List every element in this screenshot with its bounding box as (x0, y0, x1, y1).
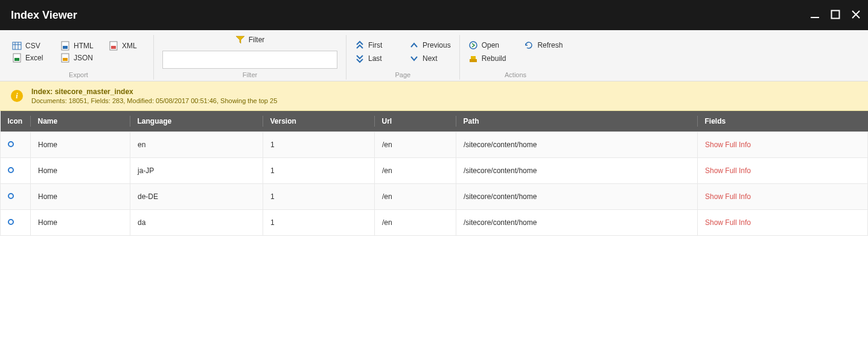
window-title: Index Viewer (11, 9, 77, 22)
item-icon (8, 219, 14, 225)
col-header-icon[interactable]: Icon (1, 111, 31, 132)
col-header-url[interactable]: Url (375, 111, 456, 132)
export-html-button[interactable]: HTML (60, 41, 97, 51)
svg-rect-1 (832, 11, 840, 19)
cell-path: /sitecore/content/home (456, 210, 698, 236)
svg-rect-11 (111, 46, 116, 49)
info-subtitle: Documents: 18051, Fields: 283, Modified:… (31, 97, 277, 104)
info-banner: i Index: sitecore_master_index Documents… (0, 81, 868, 111)
results-table: Icon Name Language Version Url Path Fiel… (0, 111, 868, 236)
show-full-info-link[interactable]: Show Full Info (705, 192, 751, 201)
page-last-button[interactable]: Last (355, 54, 391, 63)
close-icon (851, 10, 861, 19)
table-row: Home ja-JP 1 /en /sitecore/content/home … (1, 158, 868, 184)
export-csv-button[interactable]: CSV (12, 41, 48, 51)
filter-button[interactable]: Filter (235, 35, 265, 45)
cell-path: /sitecore/content/home (456, 184, 698, 210)
show-full-info-link[interactable]: Show Full Info (705, 141, 751, 149)
page-last-label: Last (368, 54, 382, 63)
col-header-version[interactable]: Version (263, 111, 375, 132)
page-next-button[interactable]: Next (409, 54, 451, 63)
rebuild-icon (468, 54, 478, 63)
chevron-up-icon (409, 40, 419, 50)
export-html-label: HTML (74, 42, 94, 50)
svg-rect-18 (470, 59, 477, 62)
maximize-icon (831, 10, 840, 19)
close-button[interactable] (851, 9, 861, 21)
action-refresh-label: Refresh (537, 41, 563, 49)
page-previous-button[interactable]: Previous (409, 40, 451, 50)
cell-name: Home (31, 158, 130, 184)
action-refresh-button[interactable]: Refresh (524, 40, 563, 50)
item-icon (8, 193, 14, 199)
svg-marker-16 (236, 36, 244, 43)
filter-input[interactable] (162, 51, 337, 69)
arrow-right-circle-icon (468, 40, 478, 50)
action-open-label: Open (482, 41, 499, 49)
excel-file-icon (12, 53, 22, 63)
cell-url: /en (375, 158, 456, 184)
filter-group-label: Filter (243, 71, 257, 78)
cell-url: /en (375, 132, 456, 158)
cell-url: /en (375, 184, 456, 210)
col-header-name[interactable]: Name (31, 111, 130, 132)
table-row: Home da 1 /en /sitecore/content/home Sho… (1, 210, 868, 236)
svg-point-17 (470, 42, 477, 49)
cell-language: de-DE (130, 184, 263, 210)
double-chevron-up-icon (355, 40, 365, 50)
toolbar-group-filter: Filter Filter (154, 35, 346, 80)
cell-name: Home (31, 210, 130, 236)
page-first-button[interactable]: First (355, 40, 391, 50)
export-group-label: Export (69, 71, 88, 78)
show-full-info-link[interactable]: Show Full Info (705, 218, 751, 227)
col-header-path[interactable]: Path (456, 111, 698, 132)
table-body: Home en 1 /en /sitecore/content/home Sho… (1, 132, 868, 236)
toolbar: CSV HTML XML (0, 30, 868, 81)
page-first-label: First (368, 41, 382, 49)
app-window: Index Viewer CSV (0, 0, 868, 345)
cell-language: en (130, 132, 263, 158)
svg-rect-13 (14, 58, 19, 61)
item-icon (8, 167, 14, 173)
col-header-language[interactable]: Language (130, 111, 263, 132)
export-xml-label: XML (122, 42, 137, 50)
double-chevron-down-icon (355, 54, 365, 63)
cell-version: 1 (263, 132, 375, 158)
chevron-down-icon (409, 54, 419, 63)
cell-path: /sitecore/content/home (456, 158, 698, 184)
json-file-icon (60, 53, 70, 63)
show-full-info-link[interactable]: Show Full Info (705, 166, 751, 175)
page-next-label: Next (423, 54, 438, 63)
svg-rect-4 (13, 42, 21, 49)
maximize-button[interactable] (831, 9, 840, 21)
cell-url: /en (375, 210, 456, 236)
svg-rect-19 (471, 56, 476, 59)
action-open-button[interactable]: Open (468, 40, 506, 50)
export-csv-label: CSV (25, 42, 40, 50)
filter-label: Filter (249, 36, 265, 44)
action-rebuild-button[interactable]: Rebuild (468, 54, 506, 63)
export-json-button[interactable]: JSON (60, 53, 97, 63)
cell-language: ja-JP (130, 158, 263, 184)
table-header-row: Icon Name Language Version Url Path Fiel… (1, 111, 868, 132)
cell-path: /sitecore/content/home (456, 132, 698, 158)
cell-version: 1 (263, 158, 375, 184)
cell-name: Home (31, 184, 130, 210)
toolbar-group-export: CSV HTML XML (8, 35, 154, 80)
svg-rect-0 (811, 17, 819, 18)
export-xml-button[interactable]: XML (109, 41, 145, 51)
xml-file-icon (109, 41, 118, 51)
csv-file-icon (12, 41, 22, 51)
info-icon: i (11, 90, 23, 102)
cell-language: da (130, 210, 263, 236)
info-title: Index: sitecore_master_index (31, 87, 277, 96)
cell-version: 1 (263, 184, 375, 210)
col-header-fields[interactable]: Fields (698, 111, 868, 132)
export-excel-button[interactable]: Excel (12, 53, 48, 63)
toolbar-group-page: First Previous Last (346, 35, 460, 80)
minimize-icon (810, 10, 820, 19)
window-controls (810, 9, 861, 21)
item-icon (8, 141, 14, 147)
minimize-button[interactable] (810, 9, 820, 21)
action-rebuild-label: Rebuild (482, 54, 506, 63)
